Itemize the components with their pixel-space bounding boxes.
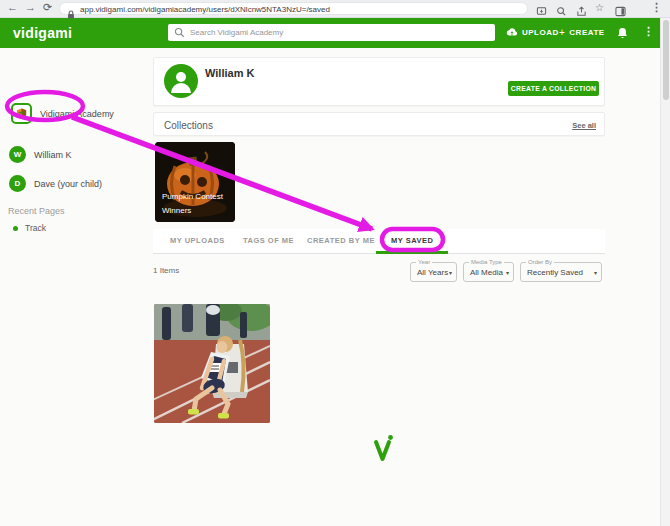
url-text: app.vidigami.com/vidigamiacademy/users/d… xyxy=(80,5,330,14)
sidebar-item-org[interactable]: Vidigami Academy xyxy=(11,103,114,124)
year-filter-label: Year xyxy=(416,259,432,265)
media-type-filter-dropdown[interactable]: Media Type All Media ▾ xyxy=(463,262,514,282)
back-icon[interactable]: ← xyxy=(7,1,18,13)
order-by-filter-dropdown[interactable]: Order By Recently Saved ▾ xyxy=(520,262,602,282)
track-runner-image xyxy=(154,304,270,423)
media-type-filter-label: Media Type xyxy=(469,259,504,265)
org-name-label: Vidigami Academy xyxy=(40,109,114,119)
page-scrollbar[interactable] xyxy=(660,18,670,526)
bookmark-star-icon[interactable]: ☆ xyxy=(595,2,604,13)
search-bar[interactable] xyxy=(168,24,495,41)
user-name-label: William K xyxy=(34,150,72,160)
search-icon xyxy=(174,27,185,38)
tab-my-saved[interactable]: MY SAVED xyxy=(391,236,433,245)
see-all-link[interactable]: See all xyxy=(572,121,596,130)
tab-my-uploads[interactable]: MY UPLOADS xyxy=(170,236,225,245)
scrollbar-thumb[interactable] xyxy=(663,20,669,100)
sidebar-item-dave[interactable]: D Dave (your child) xyxy=(9,175,102,192)
profile-header-card: William K CREATE A COLLECTION xyxy=(153,57,605,106)
reload-icon[interactable]: ⟳ xyxy=(43,1,52,14)
recent-page-label: Track xyxy=(25,223,46,233)
recent-pages-heading: Recent Pages xyxy=(8,206,65,216)
collection-thumbnail-pumpkin[interactable]: Pumpkin Contest Winners xyxy=(155,142,235,222)
collections-header-card: Collections See all xyxy=(153,112,605,136)
forward-icon[interactable]: → xyxy=(25,1,36,13)
address-bar[interactable]: app.vidigami.com/vidigamiacademy/users/d… xyxy=(59,2,528,15)
side-panel-icon[interactable] xyxy=(615,3,627,15)
tab-tags-of-me[interactable]: TAGS OF ME xyxy=(243,236,294,245)
profile-name: William K xyxy=(205,67,254,79)
upload-button[interactable]: UPLOAD xyxy=(506,27,559,37)
browser-menu-icon[interactable]: ⋮ xyxy=(651,1,662,14)
media-type-filter-value: All Media xyxy=(470,268,503,277)
collections-title: Collections xyxy=(164,120,213,131)
browser-toolbar: ← → ⟳ app.vidigami.com/vidigamiacademy/u… xyxy=(0,0,670,18)
items-count: 1 Items xyxy=(153,266,179,275)
active-tab-underline xyxy=(376,251,448,254)
person-icon xyxy=(164,64,198,98)
saved-photo-thumbnail[interactable] xyxy=(154,304,270,423)
sidebar: Vidigami Academy W William K D Dave (you… xyxy=(0,48,152,526)
send-to-device-icon[interactable] xyxy=(536,3,548,15)
upload-label: UPLOAD xyxy=(522,28,559,37)
create-collection-button[interactable]: CREATE A COLLECTION xyxy=(508,81,599,96)
profile-avatar[interactable] xyxy=(164,64,198,98)
year-filter-value: All Years xyxy=(417,268,448,277)
year-filter-dropdown[interactable]: Year All Years ▾ xyxy=(410,262,457,282)
lock-icon xyxy=(67,5,75,23)
avatar: D xyxy=(9,175,26,192)
notifications-bell-icon[interactable] xyxy=(617,26,628,44)
sidebar-item-william[interactable]: W William K xyxy=(9,146,72,163)
share-icon[interactable] xyxy=(576,3,588,15)
order-by-filter-label: Order By xyxy=(526,259,554,265)
collection-title-line2: Winners xyxy=(162,206,191,215)
vidigami-logo[interactable]: vidigami xyxy=(13,25,72,41)
vidigami-v-mark-icon xyxy=(372,434,394,468)
profile-tabs: MY UPLOADS TAGS OF ME CREATED BY ME MY S… xyxy=(153,229,605,254)
school-crest-icon xyxy=(11,103,32,124)
app-header: vidigami UPLOAD + CREATE ⋮ xyxy=(0,18,660,48)
chevron-down-icon: ▾ xyxy=(594,269,597,276)
create-button[interactable]: + CREATE xyxy=(559,27,605,38)
user-name-label: Dave (your child) xyxy=(34,179,102,189)
search-input[interactable] xyxy=(190,25,485,39)
order-by-filter-value: Recently Saved xyxy=(527,268,583,277)
create-label: CREATE xyxy=(569,28,604,37)
collection-title-line1: Pumpkin Contest xyxy=(162,192,223,201)
chevron-down-icon: ▾ xyxy=(506,269,509,276)
upload-cloud-icon xyxy=(506,27,518,37)
avatar: W xyxy=(9,146,26,163)
sidebar-item-track[interactable]: Track xyxy=(13,223,46,233)
app-menu-icon[interactable]: ⋮ xyxy=(643,25,654,38)
tab-created-by-me[interactable]: CREATED BY ME xyxy=(307,236,375,245)
chevron-down-icon: ▾ xyxy=(449,269,452,276)
zoom-icon[interactable] xyxy=(556,3,568,15)
bullet-icon xyxy=(13,226,18,231)
plus-icon: + xyxy=(559,27,565,38)
